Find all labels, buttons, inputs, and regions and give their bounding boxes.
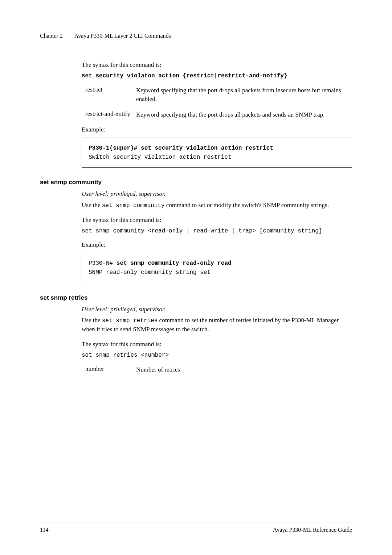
example-label: Example: — [82, 241, 352, 248]
section-heading: set snmp retries — [40, 294, 352, 301]
code-prompt: P330-N# — [89, 260, 117, 267]
param-name: number — [85, 365, 136, 373]
param-desc: Keyword specifying that the port drops a… — [136, 110, 324, 119]
param-row: number Number of retries — [85, 365, 352, 374]
page-footer: 114 Avaya P330-ML Reference Guide — [40, 523, 352, 533]
syntax-intro: The syntax for this command is: — [82, 340, 352, 349]
main-content: The syntax for this command is: set secu… — [40, 61, 352, 374]
syntax-intro: The syntax for this command is: — [82, 61, 352, 70]
param-name: restrict — [85, 86, 136, 93]
code-line: P330-1(super)# set security violation ac… — [89, 144, 345, 153]
guide-name: Avaya P330-ML Reference Guide — [273, 527, 352, 533]
param-name: restrict-and-notify — [85, 110, 136, 118]
code-line: P330-N# set snmp community read-only rea… — [89, 259, 345, 268]
footer-divider — [40, 523, 352, 523]
page-header: Chapter 2 Avaya P330-ML Layer 2 CLI Comm… — [40, 33, 352, 39]
desc-pre: Use the — [82, 202, 102, 208]
code-line: Switch security violation action restric… — [89, 153, 345, 162]
section-desc: Use the set snmp community command to se… — [82, 201, 352, 210]
example-label: Example: — [82, 126, 352, 133]
code-line: SNMP read-only community string set — [89, 268, 345, 277]
syntax-intro: The syntax for this command is: — [82, 216, 352, 225]
section-desc: Use the set snmp retries command to set … — [82, 316, 352, 334]
user-level: User level: privileged, supervisor. — [82, 305, 352, 314]
param-desc: Number of retries — [136, 365, 180, 374]
user-level: User level: privileged, supervisor. — [82, 190, 352, 199]
syntax-line: set snmp community <read-only | read-wri… — [82, 227, 352, 235]
section-heading: set snmp community — [40, 179, 352, 186]
param-table: number Number of retries — [85, 365, 352, 374]
desc-cmd: set snmp community — [102, 202, 165, 209]
param-row: restrict-and-notify Keyword specifying t… — [85, 110, 352, 119]
syntax-line: set snmp retries <number> — [82, 351, 352, 360]
footer-row: 114 Avaya P330-ML Reference Guide — [40, 527, 352, 533]
header-title: Avaya P330-ML Layer 2 CLI Commands — [74, 33, 171, 39]
param-row: restrict Keyword specifying that the por… — [85, 86, 352, 104]
desc-post: command to set or modify the switch's SN… — [165, 202, 329, 208]
param-desc: Keyword specifying that the port drops a… — [136, 86, 352, 104]
code-box: P330-N# set snmp community read-only rea… — [82, 253, 352, 283]
header-divider — [40, 46, 352, 46]
code-bold: set snmp community read-only read — [117, 260, 232, 267]
param-table: restrict Keyword specifying that the por… — [85, 86, 352, 119]
page-number: 114 — [40, 527, 48, 533]
desc-cmd: set snmp retries — [102, 317, 158, 324]
syntax-line: set security violaton action {restrict|r… — [82, 72, 352, 80]
code-box: P330-1(super)# set security violation ac… — [82, 138, 352, 168]
desc-pre: Use the — [82, 317, 102, 324]
header-chapter: Chapter 2 — [40, 33, 63, 39]
